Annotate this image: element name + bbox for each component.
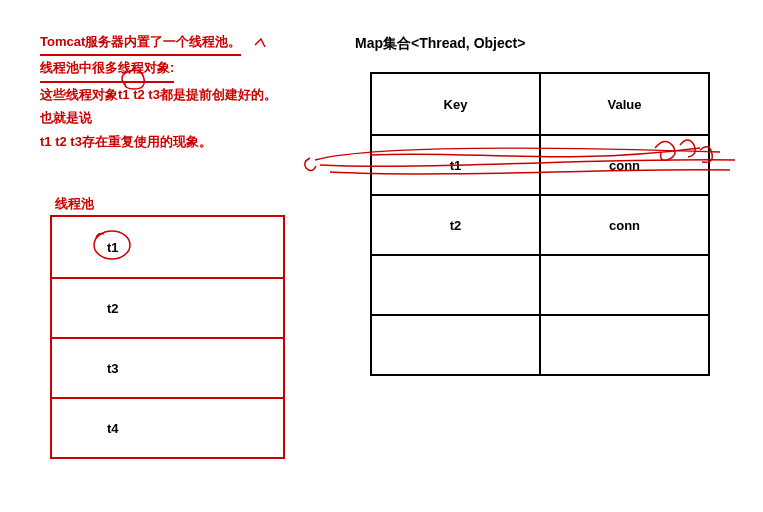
map-data-row: t2 conn bbox=[372, 194, 708, 254]
map-header-value: Value bbox=[541, 74, 708, 134]
explanation-text: Tomcat服务器内置了一个线程池。 线程池中很多线程对象: 这些线程对象t1 … bbox=[40, 30, 277, 153]
pool-item: t2 bbox=[107, 301, 119, 316]
note-line-1: Tomcat服务器内置了一个线程池。 bbox=[40, 30, 241, 56]
map-header-key: Key bbox=[372, 74, 541, 134]
map-value-cell bbox=[541, 316, 708, 374]
thread-pool-box: t1 t2 t3 t4 bbox=[50, 215, 285, 459]
map-title: Map集合<Thread, Object> bbox=[355, 35, 525, 53]
map-value-cell: conn bbox=[541, 196, 708, 254]
map-key-cell bbox=[372, 256, 541, 314]
map-key-cell: t2 bbox=[372, 196, 541, 254]
map-header-row: Key Value bbox=[372, 74, 708, 134]
map-data-row bbox=[372, 254, 708, 314]
note-line-4: 也就是说 bbox=[40, 106, 277, 129]
pool-item: t4 bbox=[107, 421, 119, 436]
map-value-cell: conn bbox=[541, 136, 708, 194]
note-line-3: 这些线程对象t1 t2 t3都是提前创建好的。 bbox=[40, 83, 277, 106]
map-data-row bbox=[372, 314, 708, 374]
thread-pool-label: 线程池 bbox=[55, 195, 94, 213]
map-table: Key Value t1 conn t2 conn bbox=[370, 72, 710, 376]
map-data-row: t1 conn bbox=[372, 134, 708, 194]
pool-row: t4 bbox=[52, 397, 283, 457]
pool-item: t1 bbox=[107, 240, 119, 255]
pool-row: t1 bbox=[52, 217, 283, 277]
map-key-cell: t1 bbox=[372, 136, 541, 194]
note-line-2: 线程池中很多线程对象: bbox=[40, 56, 174, 82]
map-value-cell bbox=[541, 256, 708, 314]
pool-row: t3 bbox=[52, 337, 283, 397]
pool-row: t2 bbox=[52, 277, 283, 337]
note-line-5: t1 t2 t3存在重复使用的现象。 bbox=[40, 130, 277, 153]
pool-item: t3 bbox=[107, 361, 119, 376]
map-key-cell bbox=[372, 316, 541, 374]
